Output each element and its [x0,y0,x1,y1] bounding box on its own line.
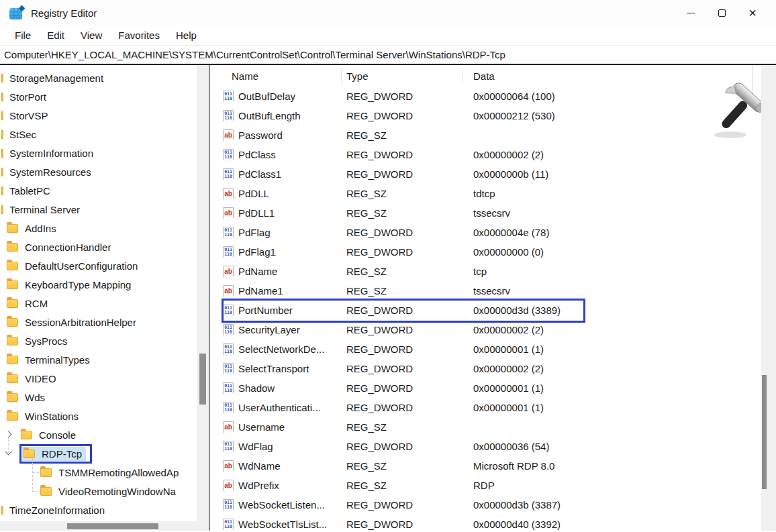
value-row-pdclass1[interactable]: 011110PdClass1REG_DWORD0x0000000b (11) [213,164,761,184]
value-row-shadow[interactable]: 011110ShadowREG_DWORD0x00000001 (1) [213,378,761,398]
value-row-pddll1[interactable]: abPdDLL1REG_SZtssecsrv [213,203,761,223]
value-row-outbufdelay[interactable]: 011110OutBufDelayREG_DWORD0x00000064 (10… [213,87,761,106]
tree-item-label: StorageManagement [7,72,106,85]
value-data: 0x00000064 (100) [462,91,761,102]
tree-vertical-scrollbar-thumb[interactable] [199,354,206,405]
reg-dword-icon: 011110 [223,91,234,103]
menu-favorites[interactable]: Favorites [110,28,168,43]
tree-item-winstations[interactable]: WinStations [0,407,197,425]
tree-item-label: Console [36,429,79,441]
folder-icon [1,93,3,101]
value-name: PdDLL [238,188,269,199]
column-separator[interactable] [753,68,753,83]
tree-item-systemresources[interactable]: SystemResources [0,162,197,181]
column-header-data[interactable]: Data [462,65,776,87]
tree-item-keyboardtype-mapping[interactable]: KeyboardType Mapping [0,275,197,294]
tree-item-storvsp[interactable]: StorVSP [0,106,197,125]
tree-vertical-scrollbar[interactable] [197,65,209,531]
tree-item-sessionarbitrationhelper[interactable]: SessionArbitrationHelper [0,313,197,331]
main-content: StorageManagementStorPortStorVSPStSecSys… [0,65,776,531]
menu-help[interactable]: Help [168,28,205,43]
value-name: Shadow [238,382,275,394]
value-name: SelectTransport [238,363,309,374]
list-vertical-scrollbar[interactable] [761,65,776,531]
value-row-selecttransport[interactable]: 011110SelectTransportREG_DWORD0x00000002… [213,359,761,378]
pane-divider[interactable] [209,65,213,531]
tree-item-storport[interactable]: StorPort [0,87,197,106]
tree-item-stsec[interactable]: StSec [0,125,197,144]
column-header-type[interactable]: Type [341,65,462,87]
folder-icon [1,187,3,195]
value-row-username[interactable]: abUsernameREG_SZ [213,417,761,437]
registry-path: Computer\HKEY_LOCAL_MACHINE\SYSTEM\Curre… [4,49,505,60]
reg-dword-icon: 011110 [223,324,234,336]
registry-tree-pane: StorageManagementStorPortStorVSPStSecSys… [0,65,209,531]
value-row-pdname1[interactable]: abPdName1REG_SZtssecsrv [213,281,761,301]
value-row-pdflag[interactable]: 011110PdFlagREG_DWORD0x0000004e (78) [213,223,761,242]
close-button[interactable]: × [737,0,768,25]
maximize-icon [718,9,726,17]
value-row-pdname[interactable]: abPdNameREG_SZtcp [213,262,761,281]
tree-item-videoremotingwindowna[interactable]: VideoRemotingWindowNa [0,482,197,500]
tree-item-wds[interactable]: Wds [0,388,197,407]
folder-icon [1,168,3,176]
value-data: 0x00000000 (0) [462,246,761,258]
value-row-wdprefix[interactable]: abWdPrefixREG_SZRDP [213,476,761,495]
value-row-pdclass[interactable]: 011110PdClassREG_DWORD0x00000002 (2) [213,145,761,164]
tree-item-console[interactable]: Console [0,425,197,444]
minimize-button[interactable] [675,0,706,25]
value-row-selectnetworkde[interactable]: 011110SelectNetworkDe...REG_DWORD0x00000… [213,339,761,359]
tree-item-rdp-tcp[interactable]: RDP-Tcp [0,444,197,463]
tree-item-terminal-server[interactable]: Terminal Server [0,200,197,219]
value-row-outbuflength[interactable]: 011110OutBufLengthREG_DWORD0x00000212 (5… [213,106,761,125]
menu-view[interactable]: View [72,28,110,43]
value-name: OutBufLength [238,110,301,121]
tree-item-sysprocs[interactable]: SysProcs [0,331,197,350]
tree-item-terminaltypes[interactable]: TerminalTypes [0,350,197,369]
tree-horizontal-scrollbar[interactable] [0,521,197,531]
chevron-down-icon[interactable] [3,448,14,459]
tree-item-defaultuserconfiguration[interactable]: DefaultUserConfiguration [0,256,197,275]
tree-item-label: RDP-Tcp [39,447,85,460]
reg-sz-icon: ab [223,460,234,472]
reg-dword-icon: 011110 [223,441,234,453]
value-row-pddll[interactable]: abPdDLLREG_SZtdtcp [213,184,761,203]
tree-connector [32,491,39,492]
value-data: 0x00000002 (2) [462,149,761,160]
value-row-websockettlslist[interactable]: 011110WebSocketTlsList...REG_DWORD0x0000… [213,515,761,531]
column-separator[interactable] [462,68,463,83]
tree-item-tabletpc[interactable]: TabletPC [0,181,197,200]
tree-horizontal-scrollbar-thumb[interactable] [67,523,158,529]
address-bar[interactable]: Computer\HKEY_LOCAL_MACHINE\SYSTEM\Curre… [0,46,776,65]
value-data: 0x00000001 (1) [462,382,761,394]
tree-item-label: StorPort [7,91,49,103]
column-separator[interactable] [341,68,342,83]
tree-item-storagemanagement[interactable]: StorageManagement [0,68,197,87]
tree-item-connectionhandler[interactable]: ConnectionHandler [0,237,197,256]
tree-item-addins[interactable]: AddIns [0,219,197,237]
value-data: 0x00000001 (1) [462,402,761,413]
menu-file[interactable]: File [7,28,39,43]
tree-item-rcm[interactable]: RCM [0,294,197,313]
value-row-pdflag1[interactable]: 011110PdFlag1REG_DWORD0x00000000 (0) [213,242,761,262]
value-row-websocketlisten[interactable]: 011110WebSocketListen...REG_DWORD0x00000… [213,495,761,515]
maximize-button[interactable] [706,0,737,25]
chevron-right-icon[interactable] [3,429,14,440]
reg-sz-icon: ab [223,207,234,219]
reg-dword-icon: 011110 [223,382,234,394]
value-row-wdname[interactable]: abWdNameREG_SZMicrosoft RDP 8.0 [213,456,761,476]
value-row-password[interactable]: abPasswordREG_SZ [213,125,761,145]
menu-edit[interactable]: Edit [39,28,72,43]
value-row-userauthenticati[interactable]: 011110UserAuthenticati...REG_DWORD0x0000… [213,398,761,417]
tree-item-timezoneinformation[interactable]: TimeZoneInformation [0,500,197,519]
column-header-name[interactable]: Name [213,65,341,87]
tree-item-systeminformation[interactable]: SystemInformation [0,144,197,162]
value-row-securitylayer[interactable]: 011110SecurityLayerREG_DWORD0x00000002 (… [213,320,761,339]
value-type: REG_SZ [341,285,462,297]
value-name: WdPrefix [238,480,279,491]
tree-item-video[interactable]: VIDEO [0,369,197,388]
value-row-wdflag[interactable]: 011110WdFlagREG_DWORD0x00000036 (54) [213,437,761,456]
tree-item-tsmmremotingallowedap[interactable]: TSMMRemotingAllowedAp [0,463,197,482]
value-type: REG_DWORD [341,91,462,102]
list-vertical-scrollbar-thumb[interactable] [762,375,767,489]
